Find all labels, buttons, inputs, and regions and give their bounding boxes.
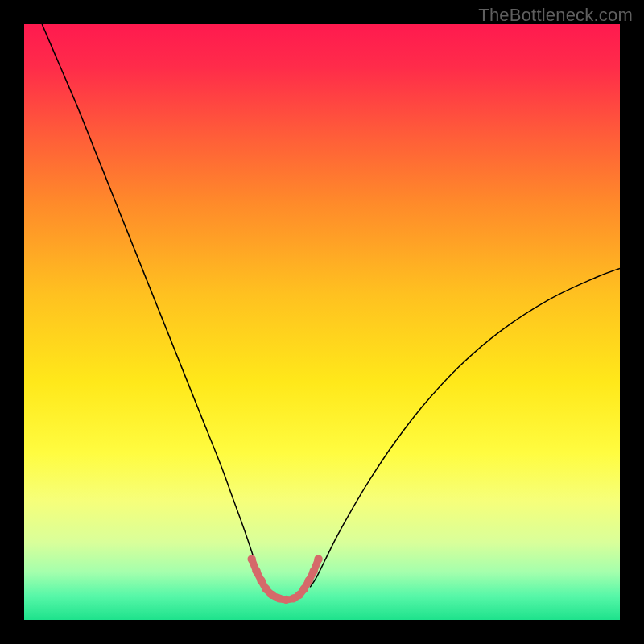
highlight-dot [247, 555, 255, 563]
highlight-dot [300, 584, 308, 592]
highlight-dot [309, 567, 317, 575]
highlight-dot [275, 594, 283, 602]
highlight-dot [282, 596, 290, 604]
watermark-text: TheBottleneck.com [478, 5, 633, 26]
highlight-dot [268, 591, 276, 599]
plot-background [24, 24, 620, 620]
highlight-dot [314, 555, 322, 563]
highlight-dot [252, 567, 260, 575]
highlight-dot [262, 584, 270, 592]
plot-svg [24, 24, 620, 620]
plot-frame [24, 24, 620, 620]
highlight-dot [305, 576, 313, 584]
highlight-dot [257, 576, 265, 584]
